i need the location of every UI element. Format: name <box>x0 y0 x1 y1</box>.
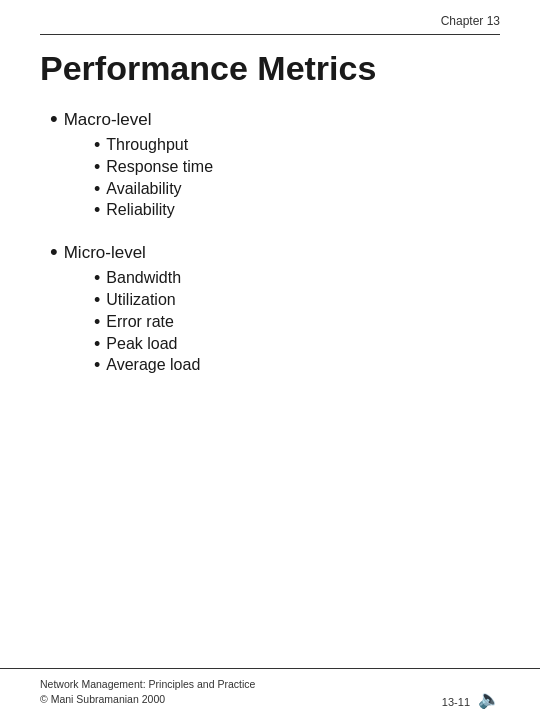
footer-page: 13-11 <box>442 696 470 708</box>
list-item: • Utilization <box>94 291 500 311</box>
list-item: • Availability <box>94 180 500 200</box>
macro-level-item: • Macro-level <box>50 110 500 130</box>
list-item: • Bandwidth <box>94 269 500 289</box>
micro-item-1: Bandwidth <box>106 269 181 287</box>
micro-level-item: • Micro-level <box>50 243 500 263</box>
chapter-header: Chapter 13 <box>40 0 500 35</box>
micro-sub-bullet-1: • <box>94 269 100 289</box>
footer-right: 13-11 🔈 <box>422 688 500 708</box>
sub-bullet-1: • <box>94 136 100 156</box>
macro-item-3: Availability <box>106 180 181 198</box>
micro-sub-bullet-4: • <box>94 335 100 355</box>
micro-item-2: Utilization <box>106 291 175 309</box>
micro-sub-bullet-2: • <box>94 291 100 311</box>
list-item: • Response time <box>94 158 500 178</box>
micro-sub-items: • Bandwidth • Utilization • Error rate •… <box>94 269 500 376</box>
sub-bullet-3: • <box>94 180 100 200</box>
footer-line2: © Mani Subramanian 2000 <box>40 692 255 708</box>
footer-text: Network Management: Principles and Pract… <box>40 677 255 709</box>
list-item: • Error rate <box>94 313 500 333</box>
list-item: • Peak load <box>94 335 500 355</box>
macro-item-1: Throughput <box>106 136 188 154</box>
content-area: • Macro-level • Throughput • Response ti… <box>40 110 500 376</box>
slide-title: Performance Metrics <box>40 49 500 88</box>
macro-item-2: Response time <box>106 158 213 176</box>
micro-level-label: Micro-level <box>64 243 146 263</box>
micro-item-3: Error rate <box>106 313 174 331</box>
sub-bullet-4: • <box>94 201 100 221</box>
page-container: Chapter 13 Performance Metrics • Macro-l… <box>0 0 540 720</box>
micro-sub-bullet-5: • <box>94 356 100 376</box>
footer-line1: Network Management: Principles and Pract… <box>40 677 255 693</box>
list-item: • Throughput <box>94 136 500 156</box>
speaker-icon: 🔈 <box>478 688 500 710</box>
sub-bullet-2: • <box>94 158 100 178</box>
footer: Network Management: Principles and Pract… <box>0 668 540 721</box>
list-item: • Average load <box>94 356 500 376</box>
micro-sub-bullet-3: • <box>94 313 100 333</box>
macro-bullet-dot: • <box>50 108 58 130</box>
list-item: • Reliability <box>94 201 500 221</box>
macro-sub-items: • Throughput • Response time • Availabil… <box>94 136 500 221</box>
macro-level-label: Macro-level <box>64 110 152 130</box>
micro-item-5: Average load <box>106 356 200 374</box>
micro-bullet-dot: • <box>50 241 58 263</box>
chapter-label: Chapter 13 <box>441 14 500 28</box>
macro-item-4: Reliability <box>106 201 174 219</box>
macro-section: • Macro-level • Throughput • Response ti… <box>50 110 500 221</box>
micro-item-4: Peak load <box>106 335 177 353</box>
micro-section: • Micro-level • Bandwidth • Utilization … <box>50 243 500 376</box>
